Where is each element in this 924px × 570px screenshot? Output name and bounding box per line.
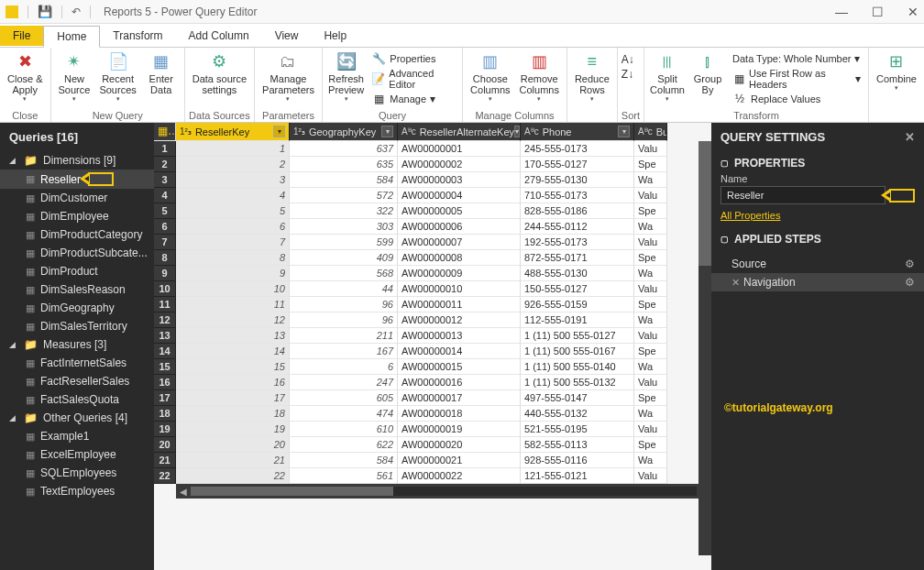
table-cell[interactable]: 599 bbox=[290, 235, 398, 250]
row-number[interactable]: 10 bbox=[154, 281, 176, 297]
horizontal-scrollbar[interactable]: ◀ ▶ bbox=[176, 484, 711, 499]
column-dropdown-icon[interactable]: ▾ bbox=[618, 126, 630, 137]
table-cell[interactable]: AW00000002 bbox=[398, 157, 521, 172]
row-number[interactable]: 20 bbox=[154, 437, 176, 453]
close-apply-button[interactable]: ✖ Close &Apply ▾ bbox=[4, 49, 47, 104]
row-number[interactable]: 13 bbox=[154, 328, 176, 344]
query-item[interactable]: ▦Reseller bbox=[0, 170, 154, 189]
table-cell[interactable]: AW00000008 bbox=[398, 250, 521, 266]
table-cell[interactable]: Spe bbox=[634, 297, 667, 312]
manage-parameters-button[interactable]: 🗂ManageParameters▾ bbox=[258, 49, 318, 104]
table-cell[interactable]: Spe bbox=[634, 390, 667, 406]
row-number[interactable]: 8 bbox=[154, 250, 176, 266]
query-item[interactable]: ▦DimCustomer bbox=[0, 189, 154, 207]
table-cell[interactable]: Wa bbox=[634, 359, 667, 375]
delete-step-icon[interactable]: ✕ bbox=[732, 277, 740, 288]
table-cell[interactable]: 872-555-0171 bbox=[521, 250, 634, 266]
row-number[interactable]: 5 bbox=[154, 203, 176, 219]
column-dropdown-icon[interactable]: ▾ bbox=[381, 126, 393, 137]
query-item[interactable]: ▦DimProductSubcate... bbox=[0, 244, 154, 262]
data-type-button[interactable]: Data Type: Whole Number ▾ bbox=[731, 51, 863, 66]
query-item[interactable]: ▦ExcelEmployee bbox=[0, 445, 154, 464]
expand-steps-icon[interactable]: ▢ bbox=[720, 235, 729, 244]
sort-desc-button[interactable]: Z↓ bbox=[622, 68, 633, 81]
table-cell[interactable]: 622 bbox=[290, 437, 398, 453]
close-button[interactable]: ✕ bbox=[908, 5, 918, 19]
table-cell[interactable]: 167 bbox=[290, 344, 398, 359]
query-item[interactable]: ▦DimProduct bbox=[0, 262, 154, 280]
table-cell[interactable]: 14 bbox=[176, 344, 290, 359]
table-cell[interactable]: Wa bbox=[634, 172, 667, 188]
query-item[interactable]: ▦TextEmployees bbox=[0, 482, 154, 500]
table-cell[interactable]: 8 bbox=[176, 250, 290, 266]
query-item[interactable]: ▦DimEmployee bbox=[0, 207, 154, 225]
scroll-left-arrow[interactable]: ◀ bbox=[176, 487, 191, 497]
close-panel-icon[interactable]: ✕ bbox=[905, 130, 915, 144]
table-cell[interactable]: Wa bbox=[634, 406, 667, 422]
table-cell[interactable]: AW00000013 bbox=[398, 328, 521, 344]
query-item[interactable]: ▦FactResellerSales bbox=[0, 372, 154, 390]
row-number[interactable]: 1 bbox=[154, 141, 176, 157]
table-cell[interactable]: 3 bbox=[176, 172, 290, 188]
query-name-input[interactable] bbox=[720, 186, 886, 204]
table-cell[interactable]: 17 bbox=[176, 390, 290, 406]
table-cell[interactable]: Wa bbox=[634, 266, 667, 281]
query-item[interactable]: ▦DimSalesReason bbox=[0, 280, 154, 299]
table-corner[interactable]: ▦▾ bbox=[154, 123, 176, 141]
table-cell[interactable]: 440-555-0132 bbox=[521, 406, 634, 422]
table-cell[interactable]: 584 bbox=[290, 172, 398, 188]
table-cell[interactable]: 245-555-0173 bbox=[521, 141, 634, 157]
recent-sources-button[interactable]: 📄RecentSources▾ bbox=[95, 49, 139, 104]
table-cell[interactable]: 710-555-0173 bbox=[521, 188, 634, 203]
table-cell[interactable]: Valu bbox=[634, 235, 667, 250]
row-number[interactable]: 18 bbox=[154, 406, 176, 422]
table-cell[interactable]: 15 bbox=[176, 359, 290, 375]
table-cell[interactable]: 10 bbox=[176, 281, 290, 297]
table-cell[interactable]: AW00000017 bbox=[398, 390, 521, 406]
query-item[interactable]: ▦DimGeography bbox=[0, 299, 154, 317]
undo-icon[interactable]: ↶ bbox=[72, 5, 81, 18]
table-cell[interactable]: AW00000007 bbox=[398, 235, 521, 250]
table-cell[interactable]: 497-555-0147 bbox=[521, 390, 634, 406]
query-item[interactable]: ▦SQLEmployees bbox=[0, 464, 154, 482]
row-number[interactable]: 4 bbox=[154, 188, 176, 203]
table-cell[interactable]: Valu bbox=[634, 422, 667, 437]
table-cell[interactable]: 279-555-0130 bbox=[521, 172, 634, 188]
table-cell[interactable]: 928-555-0116 bbox=[521, 453, 634, 468]
table-cell[interactable]: AW00000019 bbox=[398, 422, 521, 437]
table-cell[interactable]: 5 bbox=[176, 203, 290, 219]
table-cell[interactable]: AW00000018 bbox=[398, 406, 521, 422]
applied-step[interactable]: Source⚙ bbox=[711, 255, 924, 273]
table-cell[interactable]: 96 bbox=[290, 312, 398, 328]
row-number[interactable]: 22 bbox=[154, 468, 176, 484]
table-cell[interactable]: 582-555-0113 bbox=[521, 437, 634, 453]
choose-columns-button[interactable]: ▥ChooseColumns▾ bbox=[467, 49, 513, 104]
table-cell[interactable]: 16 bbox=[176, 375, 290, 390]
tab-home[interactable]: Home bbox=[43, 26, 100, 48]
table-cell[interactable]: 605 bbox=[290, 390, 398, 406]
row-number[interactable]: 19 bbox=[154, 422, 176, 437]
table-cell[interactable]: Spe bbox=[634, 344, 667, 359]
table-cell[interactable]: 6 bbox=[290, 359, 398, 375]
table-cell[interactable]: Spe bbox=[634, 250, 667, 266]
table-cell[interactable]: AW00000012 bbox=[398, 312, 521, 328]
table-cell[interactable]: 1 bbox=[176, 141, 290, 157]
table-cell[interactable]: 303 bbox=[290, 219, 398, 235]
query-item[interactable]: ▦FactSalesQuota bbox=[0, 390, 154, 409]
all-properties-link[interactable]: All Properties bbox=[720, 210, 780, 221]
queries-folder[interactable]: ◢📁Other Queries [4] bbox=[0, 409, 154, 427]
table-cell[interactable]: 409 bbox=[290, 250, 398, 266]
row-number[interactable]: 9 bbox=[154, 266, 176, 281]
group-by-button[interactable]: ⫿GroupBy bbox=[688, 49, 727, 97]
table-cell[interactable]: 12 bbox=[176, 312, 290, 328]
query-item[interactable]: ▦DimProductCategory bbox=[0, 225, 154, 244]
table-cell[interactable]: 170-555-0127 bbox=[521, 157, 634, 172]
column-header[interactable]: AᴮcBu▾ bbox=[634, 123, 667, 141]
table-cell[interactable]: 19 bbox=[176, 422, 290, 437]
table-cell[interactable]: 1 (11) 500 555-0140 bbox=[521, 359, 634, 375]
table-cell[interactable]: 474 bbox=[290, 406, 398, 422]
table-cell[interactable]: AW00000009 bbox=[398, 266, 521, 281]
tab-transform[interactable]: Transform bbox=[100, 26, 175, 46]
table-cell[interactable]: 828-555-0186 bbox=[521, 203, 634, 219]
column-dropdown-icon[interactable]: ▾ bbox=[514, 126, 520, 137]
